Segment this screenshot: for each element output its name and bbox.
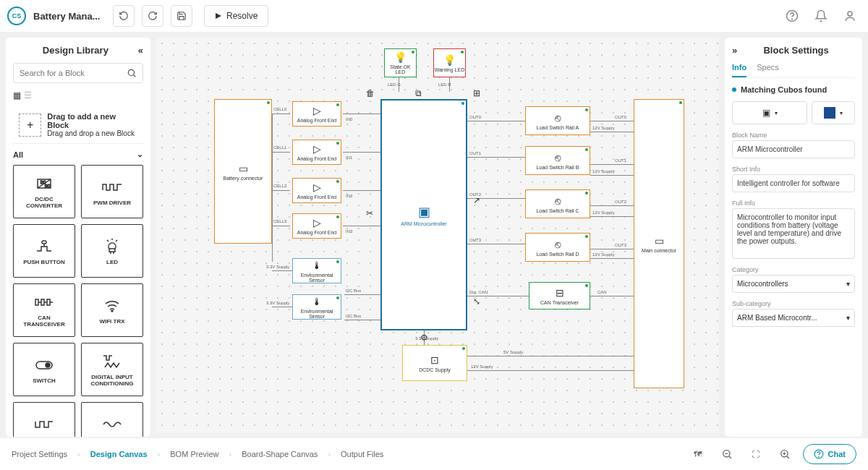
- rightpanel-tabs: Info Specs: [732, 63, 855, 78]
- subcategory-label: Sub-category: [732, 300, 855, 307]
- block-name-input[interactable]: ARM Microcontroller: [732, 140, 855, 158]
- zoom-out-button[interactable]: [716, 443, 738, 465]
- chevron-down-icon: ⌄: [137, 150, 143, 159]
- block-pushbutton[interactable]: PUSH BUTTON: [13, 224, 75, 278]
- logo-icon: CS: [7, 7, 26, 25]
- tab-specs[interactable]: Specs: [757, 63, 779, 77]
- map-icon[interactable]: 🗺: [687, 443, 709, 465]
- port-in2: IN2: [346, 194, 352, 198]
- node-main-connector[interactable]: ▭ Main connector: [634, 99, 684, 388]
- category-label: Category: [732, 266, 855, 273]
- subcategory-select[interactable]: ARM Based Microcontr...▾: [732, 309, 855, 327]
- collapse-left-icon[interactable]: «: [138, 45, 143, 56]
- block-wifi[interactable]: WIFI TRX: [81, 283, 143, 337]
- crumb-board[interactable]: Board-Shape Canvas: [242, 450, 318, 458]
- filter-label: All: [13, 150, 23, 159]
- full-info-textarea[interactable]: Microcontroller to monitor input conditi…: [732, 208, 855, 259]
- matching-cubos: Matching Cubos found: [732, 85, 855, 94]
- fit-screen-button[interactable]: ⛶: [745, 443, 767, 465]
- node-afe-1[interactable]: ▷Analog Front End: [292, 140, 341, 165]
- block-digout[interactable]: DIGITAL OUTPUT...: [13, 402, 75, 437]
- help-button[interactable]: [781, 5, 803, 27]
- block-analogin[interactable]: ANALOG INPUT...: [81, 402, 143, 437]
- expand-icon[interactable]: ↗: [473, 195, 480, 205]
- cut-icon[interactable]: ✂: [366, 208, 375, 218]
- node-load-3[interactable]: ⎋Load Switch Rail D: [525, 233, 590, 262]
- resize-icon[interactable]: ⤡: [473, 296, 480, 307]
- block-dcdc[interactable]: DCDCDC/DC CONVERTER: [13, 165, 75, 218]
- search-box[interactable]: [13, 63, 143, 83]
- user-button[interactable]: [839, 5, 861, 27]
- canvas-toolbar-mid: ⧉: [415, 88, 422, 98]
- node-load-1[interactable]: ⎋Load Switch Rail B: [525, 146, 590, 175]
- node-mcu[interactable]: ▣ ARM Microcontroller: [380, 99, 467, 330]
- port-in1: IN1: [346, 155, 352, 160]
- drag-new-block[interactable]: + Drag to add a new Block Drag and drop …: [13, 106, 143, 144]
- zoom-in-button[interactable]: [774, 443, 796, 465]
- block-pwm[interactable]: PWM DRIVER: [81, 165, 143, 218]
- node-load-0[interactable]: ⎋Load Switch Rail A: [525, 106, 590, 135]
- block-led[interactable]: LED: [81, 224, 143, 278]
- port-out1: OUT1: [469, 151, 481, 155]
- svg-rect-7: [42, 241, 46, 244]
- collapse-right-icon[interactable]: »: [732, 45, 737, 56]
- crumb-bom[interactable]: BOM Preview: [170, 450, 218, 458]
- tab-info[interactable]: Info: [732, 63, 746, 77]
- filter-dropdown[interactable]: All ⌄: [13, 150, 143, 159]
- port-cell1: CELL1: [273, 145, 286, 150]
- node-load-2[interactable]: ⎋Load Switch Rail C: [525, 189, 590, 218]
- design-canvas[interactable]: 🗑 ✂ ⧉ ⊞ ↗ ⤡ ⚙ ▭ Battery connector CELL0 …: [156, 38, 719, 432]
- canvas-toolbar-left: 🗑 ✂: [366, 88, 375, 218]
- list-view-icon[interactable]: ☰: [24, 90, 32, 101]
- svg-point-2: [848, 12, 852, 16]
- node-state-led[interactable]: 💡State OK LED: [384, 48, 417, 77]
- short-info-input[interactable]: Intelligent controller for software: [732, 174, 855, 192]
- port-12v: 12V Supply: [471, 364, 493, 369]
- node-afe-3[interactable]: ▷Analog Front End: [292, 213, 341, 239]
- block-settings-panel: » Block Settings Info Specs Matching Cub…: [725, 38, 862, 437]
- node-label: Battery connector: [224, 176, 263, 181]
- delete-icon[interactable]: 🗑: [366, 88, 375, 98]
- port-5v: 5V Supply: [503, 350, 523, 354]
- chat-button[interactable]: Chat: [803, 444, 856, 464]
- node-dcdc[interactable]: ⊡DCDC Supply: [402, 345, 467, 381]
- node-battery-connector[interactable]: ▭ Battery connector: [214, 99, 272, 244]
- grid-view-icon[interactable]: ▦: [13, 90, 21, 101]
- category-select[interactable]: Microcontrollers▾: [732, 275, 855, 293]
- node-warn-led[interactable]: 💡Warning LED: [433, 48, 466, 77]
- icon-picker[interactable]: ▣ ▾: [732, 101, 807, 124]
- block-digin[interactable]: DIGITAL INPUT CONDITIONING: [81, 343, 143, 396]
- node-afe-2[interactable]: ▷Analog Front End: [292, 178, 341, 203]
- block-switch[interactable]: SWITCH: [13, 343, 75, 396]
- svg-point-1: [792, 19, 793, 20]
- crumb-output[interactable]: Output Files: [341, 450, 383, 458]
- group-icon[interactable]: ⊞: [473, 88, 480, 98]
- search-input[interactable]: [20, 69, 127, 77]
- undo-button[interactable]: [113, 5, 135, 27]
- topbar: CS Battery Mana... Resolve: [0, 0, 868, 32]
- block-can[interactable]: CAN TRANSCEIVER: [13, 283, 75, 337]
- crumb-design[interactable]: Design Canvas: [90, 450, 148, 458]
- sidebar-title: Design Library: [13, 45, 138, 56]
- chat-label: Chat: [828, 450, 846, 458]
- node-afe-0[interactable]: ▷Analog Front End: [292, 101, 341, 127]
- port-33v-1: 3.3V Supply: [266, 301, 289, 305]
- redo-button[interactable]: [142, 5, 163, 27]
- notifications-button[interactable]: [810, 5, 832, 27]
- port-ledr: LED R: [438, 82, 451, 87]
- node-can[interactable]: ⊟CAN Transceiver: [529, 282, 590, 309]
- resolve-label: Resolve: [226, 11, 258, 21]
- color-picker[interactable]: ▾: [812, 101, 855, 124]
- crumb-project[interactable]: Project Settings: [12, 450, 67, 458]
- port-in3: IN3: [346, 229, 352, 234]
- copy-icon[interactable]: ⧉: [415, 88, 422, 98]
- port-mcu-33v: 3.3V Supply: [415, 336, 438, 341]
- port-out2: OUT2: [469, 192, 481, 197]
- port-33v-0: 3.3V Supply: [266, 265, 289, 269]
- node-env-1[interactable]: 🌡Environmental Sensor: [292, 294, 341, 320]
- port-cell0: CELL0: [273, 107, 286, 111]
- resolve-button[interactable]: Resolve: [204, 5, 268, 27]
- plus-icon: +: [19, 114, 41, 137]
- node-env-0[interactable]: 🌡Environmental Sensor: [292, 258, 341, 283]
- save-button[interactable]: [171, 5, 192, 27]
